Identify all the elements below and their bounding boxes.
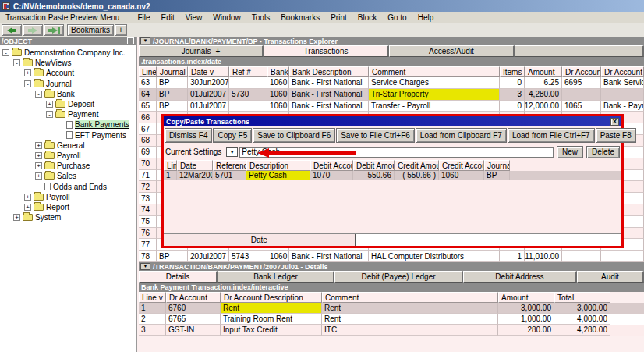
cell-amount[interactable]: 1,000.00 [498, 314, 554, 325]
column-header-journal[interactable]: Journal [157, 66, 188, 77]
cell-dr-account[interactable] [562, 89, 601, 101]
column-header-dr-account[interactable]: Dr Account [166, 292, 221, 303]
column-header-line-v[interactable]: Line v [139, 292, 166, 303]
column-header-items[interactable]: Items [500, 66, 525, 77]
cell-line[interactable]: 72 [139, 181, 157, 193]
dialog-transaction-row[interactable]: 112Mar20065701Petty Cash1070550.66( 550.… [164, 171, 621, 180]
tree-item-eft-payments[interactable]: EFT Payments [0, 130, 136, 140]
collapse-minus-icon[interactable]: - [24, 80, 31, 87]
column-header-comment[interactable]: Comment [369, 66, 500, 77]
collapse-minus-icon[interactable]: - [46, 111, 53, 118]
cell-description[interactable]: Petty Cash [246, 171, 310, 180]
cell-amount[interactable]: 3,000.00 [498, 303, 554, 314]
cell-items[interactable]: 0 [500, 77, 525, 89]
column-header-dr-account[interactable]: Dr Account [601, 66, 644, 77]
cell-comment[interactable]: Service Charges [369, 77, 500, 89]
tree-item-journal[interactable]: -Journal [0, 79, 136, 89]
tree-item-bank-payments[interactable]: Bank Payments [0, 119, 136, 130]
column-header-credit-amount[interactable]: Credit Amount [395, 160, 439, 171]
column-header-amount[interactable]: Amount [498, 292, 554, 303]
cell-dr-account[interactable] [562, 251, 601, 262]
pane-menu-icon[interactable]: ▼ [140, 263, 150, 270]
transaction-row[interactable]: 78BP20Jul200757431060Bank - First Nation… [139, 251, 644, 262]
menu-item-go-to[interactable]: Go to [382, 13, 412, 22]
cell-line[interactable]: 74 [139, 204, 157, 216]
cell-line[interactable]: 64 [139, 89, 157, 101]
pane-menu-icon[interactable]: ▼ [140, 37, 150, 44]
forward-button[interactable] [23, 24, 43, 36]
cell-comment[interactable]: Rent [322, 314, 498, 325]
tree-item-demonstration-company-inc[interactable]: -Demonstration Company Inc. [0, 48, 136, 58]
cell-date[interactable]: 12Mar2006 [177, 171, 213, 180]
collapse-minus-icon[interactable]: - [2, 49, 9, 56]
cell-date-v[interactable]: 30Jun2007 [188, 77, 229, 89]
tab-details[interactable]: Details [139, 271, 218, 283]
expand-plus-icon[interactable]: + [13, 214, 20, 221]
menu-item-file[interactable]: File [132, 13, 155, 22]
paste-f8-button[interactable]: Paste F8 [596, 128, 636, 143]
cell-comment[interactable]: Transfer - Payroll [369, 101, 500, 112]
transaction-row[interactable]: 64BP01Jul200757301060Bank - First Nation… [139, 89, 644, 101]
cell-debit-amount[interactable]: 550.66 [353, 171, 395, 180]
cell-line[interactable]: 65 [139, 101, 157, 112]
menu-item-tools[interactable]: Tools [246, 13, 275, 22]
cell-journal[interactable]: BP [484, 171, 510, 180]
column-header-dr-account[interactable]: Dr Account [562, 66, 601, 77]
cell-line-v[interactable]: 2 [139, 314, 166, 325]
expand-plus-icon[interactable]: + [24, 204, 31, 211]
cell-line-v[interactable]: 3 [139, 325, 166, 336]
cell-line[interactable]: 67 [139, 123, 157, 135]
tree-item-sales[interactable]: +Sales [0, 171, 136, 181]
cell-comment[interactable]: ITC [322, 325, 498, 336]
tab-access-audit[interactable]: Access/Audit [389, 45, 515, 57]
tree-item-account[interactable]: +Account [0, 68, 136, 78]
cell-date-v[interactable]: 01Jul2007 [188, 101, 229, 112]
column-header-bank-description[interactable]: Bank Description [289, 66, 369, 77]
transaction-row[interactable]: 65BP01Jul20071060Bank - First NationalTr… [139, 101, 644, 112]
cell-total[interactable]: 3,000.00 [554, 303, 610, 314]
cell-line[interactable]: 70 [139, 158, 157, 170]
column-header-description[interactable]: Description [246, 160, 310, 171]
tree-item-bank[interactable]: -Bank [0, 89, 136, 99]
cell-line[interactable]: 68 [139, 135, 157, 147]
cell-dr-account[interactable] [601, 89, 644, 101]
cell-journal[interactable]: BP [157, 89, 188, 101]
menu-item-bookmarks[interactable]: Bookmarks [275, 13, 325, 22]
cell-amount[interactable]: 4,280.00 [525, 89, 562, 101]
cell-total[interactable]: 4,280.00 [554, 325, 610, 336]
settings-dropdown-icon[interactable]: ▼ [226, 147, 238, 157]
cell-amount[interactable]: 11,010.00 [525, 251, 562, 262]
cell-debit-account[interactable]: 1070 [310, 171, 353, 180]
menu-item-transaction-paste-preview-menu[interactable]: Transaction Paste Preview Menu [0, 13, 132, 22]
forward-to-end-button[interactable] [44, 24, 64, 36]
back-button[interactable] [2, 24, 22, 36]
cell-journal[interactable]: BP [157, 251, 188, 262]
menu-item-block[interactable]: Block [352, 13, 382, 22]
cell-items[interactable]: 3 [500, 89, 525, 101]
tab-debit-address[interactable]: Debit Address [463, 271, 577, 283]
cell-line[interactable]: 69 [139, 147, 157, 158]
expand-plus-icon[interactable]: + [24, 69, 31, 76]
cell-bank-description[interactable]: Bank - First National [289, 77, 369, 89]
column-header-reference[interactable]: Reference [213, 160, 246, 171]
cell-bank[interactable]: 1060 [267, 77, 289, 89]
save-to-file-ctrl-f6-button[interactable]: Save to File Ctrl+F6 [336, 128, 415, 143]
cell-comment[interactable]: Rent [322, 303, 498, 314]
cell-ref[interactable]: 5730 [229, 89, 267, 101]
tree-item-payment[interactable]: -Payment [0, 109, 136, 119]
menu-item-view[interactable]: View [180, 13, 208, 22]
collapse-minus-icon[interactable]: - [13, 59, 20, 66]
column-header-date[interactable]: Date [177, 160, 213, 171]
cell-dr-account[interactable]: 6695 [562, 77, 601, 89]
cell-date-v[interactable]: 01Jul2007 [188, 89, 229, 101]
column-header-debit-account[interactable]: Debit Account [310, 160, 353, 171]
cell-dr-account[interactable]: Bank - Payr [601, 101, 644, 112]
column-header-amount[interactable]: Amount [525, 66, 562, 77]
cell-items[interactable]: 0 [500, 101, 525, 112]
delete-button[interactable]: Delete [586, 146, 620, 158]
save-to-clipboard-f6-button[interactable]: Save to Clipboard F6 [253, 128, 335, 143]
dialog-title-bar[interactable]: Copy/Paste Transactions X [164, 116, 621, 126]
cell-dr-account[interactable]: 6760 [166, 303, 221, 314]
load-from-file-ctrl-f7-button[interactable]: Load from File Ctrl+F7 [508, 128, 595, 143]
cell-line[interactable]: 73 [139, 193, 157, 204]
